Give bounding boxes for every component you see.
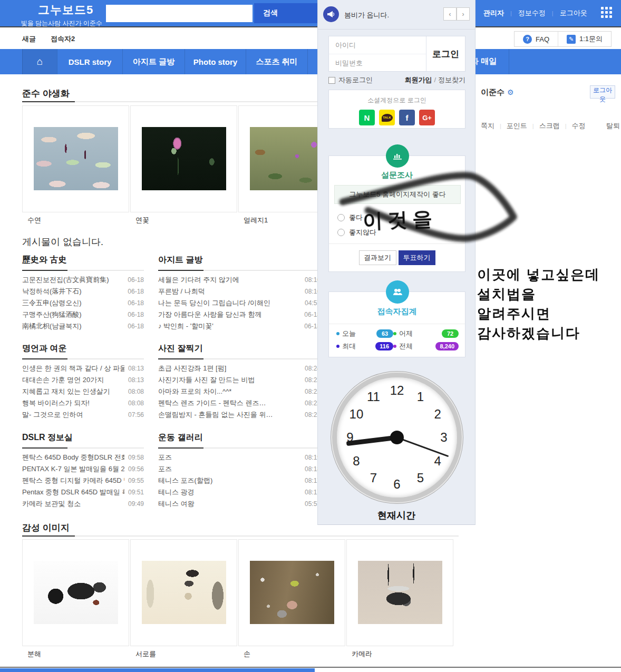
post-title[interactable]: 사진기자들 사진 잘 만드는 비법 <box>158 375 255 385</box>
post-row[interactable]: Pentax 중형 DSLR 645D 발매일 확정…09:51 <box>22 486 144 498</box>
site-logo[interactable]: 그누보드5 <box>38 2 102 18</box>
post-title[interactable]: 아마와 프로의 차이...^^* <box>158 387 231 396</box>
gallery-card[interactable] <box>130 105 237 212</box>
search-button[interactable]: 검색 <box>254 3 321 23</box>
post-title[interactable]: ♪ 박인희 - '할미꽃' <box>158 322 214 331</box>
post-row[interactable]: PENTAX K-7 일본 발매일을 6월 27일…09:56 <box>22 463 144 475</box>
nav-item-2[interactable]: Photo story <box>185 49 246 74</box>
post-row[interactable]: 포즈08:19 <box>158 452 321 463</box>
post-title[interactable]: 포즈 <box>158 464 172 474</box>
post-row[interactable]: 구맹주산(狗猛酒酸)06-18 <box>22 309 144 320</box>
header-link-2[interactable]: 로그아웃 <box>554 8 594 18</box>
post-title[interactable]: 펜탁스 렌즈 가이드 - 펜탁스 렌즈… <box>158 398 266 408</box>
post-row[interactable]: 아마와 프로의 차이...^^*08:22 <box>158 386 321 397</box>
board-title[interactable]: 명언과 여운 <box>22 343 144 354</box>
user-link-0[interactable]: 쪽지 <box>481 121 494 131</box>
post-title[interactable]: 세월은 기다려 주지 않기에 <box>158 275 239 285</box>
post-title[interactable]: 손떨림방지 - 흔들림 없는 사진을 위… <box>158 410 273 420</box>
post-row[interactable]: 펜탁스 중형 디지털 카메라 645D 발표09:55 <box>22 475 144 486</box>
post-row[interactable]: 나는 문득 당신이 그립습니다 /이해인04:57 <box>158 297 321 309</box>
login-button[interactable]: 로그인 <box>426 36 465 71</box>
register-link[interactable]: 회원가입 <box>404 76 432 84</box>
gallery-caption[interactable]: 분해 <box>27 649 129 659</box>
logout-button[interactable]: 로그아웃 <box>590 85 615 99</box>
notice-prev-button[interactable]: ‹ <box>443 7 457 21</box>
post-row[interactable]: 낙정하석(落井下石)06-18 <box>22 286 144 297</box>
post-title[interactable]: 푸른밤 / 나희덕 <box>158 287 205 296</box>
nav-item-3[interactable]: 스포츠 취미 <box>246 49 308 74</box>
post-row[interactable]: 인생은 한 권의 책과 같다 / 상 파울08:13 <box>22 363 144 374</box>
post-row[interactable]: 펜탁스 645D Body 중형DSLR 전화문의09:58 <box>22 452 144 463</box>
search-input[interactable] <box>106 5 253 22</box>
post-row[interactable]: 테니스 광경08:17 <box>158 486 321 498</box>
post-row[interactable]: 카메라 보관및 청소09:49 <box>22 498 144 510</box>
post-title[interactable]: 말- 그것으로 인하여 <box>22 410 83 420</box>
post-title[interactable]: 펜탁스 645D Body 중형DSLR 전화문의 <box>22 453 124 462</box>
subheader-link-1[interactable]: 접속자2 <box>51 34 75 44</box>
checkbox-icon[interactable] <box>328 77 335 84</box>
post-row[interactable]: 푸른밤 / 나희덕08:10 <box>158 286 321 297</box>
header-link-1[interactable]: 정보수정 <box>512 8 552 18</box>
post-row[interactable]: ♪ 박인희 - '할미꽃'06-18 <box>158 320 321 332</box>
notice-next-button[interactable]: › <box>457 7 470 21</box>
withdraw-link[interactable]: 탈퇴 <box>606 121 620 131</box>
post-title[interactable]: 인생은 한 권의 책과 같다 / 상 파울 <box>22 364 124 373</box>
faq-button[interactable]: ? FAQ <box>515 32 558 46</box>
board-title[interactable]: 사진 잘찍기 <box>158 343 321 354</box>
board-title[interactable]: DSLR 정보실 <box>22 432 144 443</box>
gallery-caption[interactable]: 카메라 <box>352 649 453 659</box>
apps-grid-icon[interactable] <box>601 7 614 20</box>
nav-item-1[interactable]: 아지트 글방 <box>122 49 185 74</box>
post-title[interactable]: 지혜롭고 재치 있는 인생살기 <box>22 387 110 396</box>
nav-home-button[interactable]: ⌂ <box>22 49 57 74</box>
post-title[interactable]: 구맹주산(狗猛酒酸) <box>22 310 82 319</box>
gallery-card[interactable] <box>238 539 345 646</box>
site-branding[interactable]: 그누보드5 빛을 담는사람 사진가 이준수 <box>21 2 102 28</box>
header-link-0[interactable]: 관리자 <box>477 8 510 18</box>
poll-result-button[interactable]: 결과보기 <box>359 250 396 265</box>
poll-option-1[interactable]: 좋지않다 <box>337 225 376 240</box>
post-title[interactable]: 나는 문득 당신이 그립습니다 /이해인 <box>158 298 270 308</box>
subheader-link-0[interactable]: 새글 <box>22 34 36 44</box>
post-row[interactable]: 사진기자들 사진 잘 만드는 비법08:23 <box>158 374 321 386</box>
post-title[interactable]: 테니스 광경 <box>158 488 195 497</box>
gallery-caption[interactable]: 서로를 <box>135 649 237 659</box>
post-row[interactable]: 초급 사진강좌 1편 [펌]08:24 <box>158 363 321 374</box>
gear-icon[interactable]: ⚙ <box>507 88 514 96</box>
post-row[interactable]: 대대손손 가훈 명언 20가지08:13 <box>22 374 144 386</box>
auto-login-checkbox[interactable]: 자동로그인 <box>328 75 373 85</box>
post-title[interactable]: 펜탁스 중형 디지털 카메라 645D 발표 <box>22 476 124 485</box>
post-row[interactable]: 테니스 여왕05:57 <box>158 498 321 510</box>
radio-icon[interactable] <box>337 229 345 236</box>
user-link-1[interactable]: 포인트 <box>507 121 527 131</box>
user-link-3[interactable]: 수정 <box>572 121 586 131</box>
post-row[interactable]: 테니스 포즈(할랩)08:17 <box>158 475 321 486</box>
post-title[interactable]: 초급 사진강좌 1편 [펌] <box>158 364 226 373</box>
user-link-2[interactable]: 스크랩 <box>539 121 560 131</box>
post-title[interactable]: 대대손손 가훈 명언 20가지 <box>22 375 104 385</box>
post-title[interactable]: 테니스 포즈(할랩) <box>158 476 212 485</box>
post-title[interactable]: 三令五申(삼령오신) <box>22 298 82 308</box>
gallery-caption[interactable]: 손 <box>244 649 345 659</box>
gallery-caption[interactable]: 수연 <box>27 216 129 225</box>
board-title[interactable]: 아지트 글방 <box>158 255 321 266</box>
inquiry-button[interactable]: ✎ 1:1문의 <box>558 32 611 46</box>
login-id-input[interactable] <box>329 36 426 54</box>
post-title[interactable]: 테니스 여왕 <box>158 499 195 509</box>
gallery-card[interactable] <box>22 539 129 646</box>
post-row[interactable]: 손떨림방지 - 흔들림 없는 사진을 위…08:21 <box>158 409 321 421</box>
post-title[interactable]: 南橘北枳(남귤북지) <box>22 322 82 331</box>
post-title[interactable]: PENTAX K-7 일본 발매일을 6월 27일… <box>22 464 124 474</box>
notice-text[interactable]: 봄비가 옵니다. <box>344 11 389 20</box>
post-row[interactable]: 南橘北枳(남귤북지)06-18 <box>22 320 144 332</box>
gallery-caption[interactable]: 연꽃 <box>135 216 237 225</box>
post-row[interactable]: 포즈08:18 <box>158 463 321 475</box>
post-title[interactable]: 가장 아름다운 사랑을 당신과 함께 <box>158 310 261 319</box>
find-info-link[interactable]: 정보찾기 <box>438 76 465 84</box>
gallery-card[interactable] <box>22 105 129 212</box>
naver-icon[interactable]: N <box>359 110 375 125</box>
post-title[interactable]: Pentax 중형 DSLR 645D 발매일 확정… <box>22 488 124 497</box>
nav-item-0[interactable]: DSLR story <box>57 49 122 74</box>
post-row[interactable]: 지혜롭고 재치 있는 인생살기08:08 <box>22 386 144 397</box>
poll-vote-button[interactable]: 투표하기 <box>399 250 435 265</box>
